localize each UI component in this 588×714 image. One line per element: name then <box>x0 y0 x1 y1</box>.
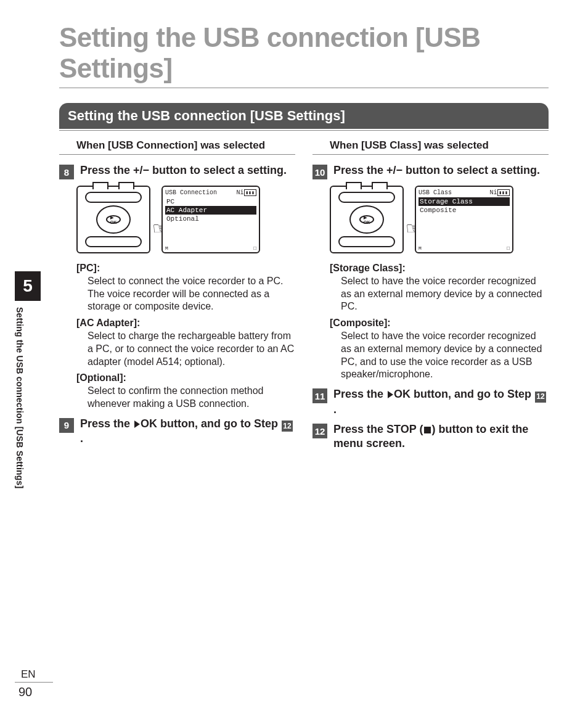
content-columns: When [USB Connection] was selected 8 Pre… <box>59 139 549 456</box>
step-text: button, and go to Step <box>410 388 534 400</box>
step-number: 8 <box>59 165 74 179</box>
ok-label: OK <box>394 388 410 400</box>
screen-footer-right: □ <box>507 245 510 251</box>
step-text: Press the <box>333 388 386 400</box>
step-button-label: +/− <box>133 164 149 176</box>
step-number: 10 <box>312 165 327 179</box>
section-underline <box>59 130 549 131</box>
step-text: button to select a setting. <box>149 164 287 176</box>
screen-item-pc: PC <box>165 197 256 206</box>
play-icon <box>388 391 393 398</box>
page-title: Setting the USB connection [USB Settings… <box>59 22 549 84</box>
language-code: EN <box>15 668 53 681</box>
figure-row-right: ▶OK ☜ USB Class Ni▮▮▮ Storage Class Comp… <box>330 186 549 253</box>
def-desc-pc: Select to connect the voice recorder to … <box>88 275 295 313</box>
screen-item-composite: Composite <box>419 206 510 215</box>
definitions-right: [Storage Class]: Select to have the voic… <box>330 262 549 381</box>
title-rule <box>59 88 549 88</box>
lcd-screen-usb-connection: USB Connection Ni▮▮▮ PC AC Adapter Optio… <box>161 186 260 253</box>
screen-list: PC AC Adapter Optional <box>165 197 256 223</box>
screen-title: USB Connection <box>165 189 217 196</box>
side-title: Setting the USB connection [USB Settings… <box>15 307 25 541</box>
step-instruction: Press the OK button, and go to Step 12. <box>80 417 295 446</box>
step-number: 12 <box>312 424 327 438</box>
battery-status: Ni▮▮▮ <box>237 189 256 196</box>
manual-page: 5 Setting the USB connection [USB Settin… <box>0 0 588 714</box>
step-instruction: Press the STOP () button to exit the men… <box>333 422 549 450</box>
step-ref-icon: 12 <box>535 392 546 403</box>
when-underline-left <box>59 154 295 155</box>
screen-item-ac-adapter: AC Adapter <box>165 206 256 215</box>
screen-title: USB Class <box>419 189 452 196</box>
dpad-icon: ▶OK <box>96 205 131 234</box>
def-term-optional: [Optional]: <box>76 372 295 385</box>
when-strong: USB Connection <box>112 139 194 151</box>
step-10: 10 Press the +/− button to select a sett… <box>312 163 549 179</box>
def-desc-composite: Select to have the voice recorder recogn… <box>341 330 549 381</box>
device-illustration: ▶OK ☜ <box>76 186 150 253</box>
when-header-left: When [USB Connection] was selected <box>76 139 295 152</box>
step-12: 12 Press the STOP () button to exit the … <box>312 422 549 450</box>
def-desc-optional: Select to confirm the connection method … <box>88 385 295 411</box>
when-header-right: When [USB Class] was selected <box>330 139 549 152</box>
when-suffix: ] was selected <box>418 139 489 151</box>
lcd-screen-usb-class: USB Class Ni▮▮▮ Storage Class Composite … <box>415 186 513 253</box>
left-column: When [USB Connection] was selected 8 Pre… <box>59 139 295 456</box>
def-desc-ac-adapter: Select to charge the rechargeable batter… <box>88 330 295 368</box>
when-prefix: When [ <box>330 139 365 151</box>
screen-list: Storage Class Composite <box>419 197 510 215</box>
step-ref-icon: 12 <box>282 421 293 432</box>
step-text: Press the <box>80 417 133 430</box>
section-header: Setting the USB connection [USB Settings… <box>59 103 549 129</box>
definitions-left: [PC]: Select to connect the voice record… <box>76 262 295 411</box>
right-column: When [USB Class] was selected 10 Press t… <box>312 139 549 456</box>
step-instruction: Press the +/− button to select a setting… <box>333 163 540 178</box>
screen-item-optional: Optional <box>165 215 256 223</box>
when-suffix: ] was selected <box>194 139 265 151</box>
def-term-composite: [Composite]: <box>330 317 549 330</box>
step-button-label: +/− <box>386 164 402 176</box>
step-8: 8 Press the +/− button to select a setti… <box>59 163 295 179</box>
dpad-icon: ▶OK <box>349 205 384 234</box>
chapter-number: 5 <box>15 271 41 301</box>
page-footer: EN 90 <box>15 668 53 699</box>
footer-rule <box>15 682 53 683</box>
device-illustration: ▶OK ☜ <box>330 186 404 253</box>
step-text: ( <box>416 423 423 435</box>
ok-label: OK <box>141 417 157 430</box>
step-text: button, and go to Step <box>157 417 281 430</box>
step-9: 9 Press the OK button, and go to Step 12… <box>59 417 295 446</box>
when-prefix: When [ <box>76 139 112 151</box>
side-tab: 5 Setting the USB connection [USB Settin… <box>15 271 41 541</box>
def-term-ac-adapter: [AC Adapter]: <box>76 317 295 330</box>
step-11: 11 Press the OK button, and go to Step 1… <box>312 387 549 416</box>
step-text: . <box>333 403 337 416</box>
step-instruction: Press the +/− button to select a setting… <box>80 163 287 178</box>
step-instruction: Press the OK button, and go to Step 12. <box>333 387 549 416</box>
battery-status: Ni▮▮▮ <box>490 189 510 196</box>
figure-row-left: ▶OK ☜ USB Connection Ni▮▮▮ PC AC Adapter… <box>76 186 295 253</box>
page-number: 90 <box>15 685 53 699</box>
def-desc-storage-class: Select to have the voice recorder recogn… <box>341 275 549 313</box>
screen-footer-right: □ <box>253 245 256 251</box>
step-text: Press the <box>333 164 386 176</box>
step-text: Press the <box>333 423 386 435</box>
screen-footer-left: M <box>165 245 168 251</box>
step-text: button to select a setting. <box>402 164 540 176</box>
when-strong: USB Class <box>365 139 418 151</box>
step-number: 11 <box>312 388 327 403</box>
step-text: Press the <box>80 164 133 176</box>
stop-label: STOP <box>386 423 416 435</box>
play-icon <box>134 421 140 428</box>
def-term-pc: [PC]: <box>76 262 295 275</box>
step-number: 9 <box>59 418 74 433</box>
stop-icon <box>424 427 431 433</box>
screen-item-storage-class: Storage Class <box>419 197 510 206</box>
screen-footer-left: M <box>419 245 422 251</box>
when-underline-right <box>312 154 549 155</box>
step-text: . <box>80 432 83 445</box>
def-term-storage-class: [Storage Class]: <box>330 262 549 275</box>
